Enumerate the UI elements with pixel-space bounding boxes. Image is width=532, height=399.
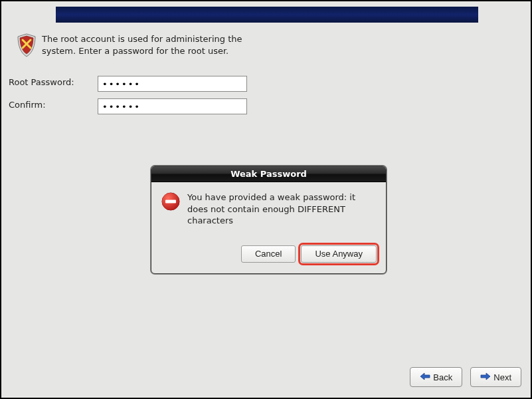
intro-text: The root account is used for administeri…: [42, 33, 253, 57]
intro-row: The root account is used for administeri…: [17, 33, 253, 57]
root-password-label: Root Password:: [9, 77, 98, 87]
next-button-label: Next: [493, 372, 511, 382]
password-form: Root Password: Confirm:: [9, 76, 247, 121]
cancel-button[interactable]: Cancel: [241, 245, 296, 263]
dialog-body: You have provided a weak password: it do…: [151, 182, 386, 273]
weak-password-dialog: Weak Password You have provided a weak p…: [151, 166, 387, 274]
shield-icon: [17, 33, 37, 57]
confirm-label: Confirm:: [9, 100, 98, 110]
back-button-label: Back: [433, 372, 452, 382]
error-icon: [161, 192, 181, 211]
svg-rect-2: [165, 200, 176, 203]
wizard-nav: Back Next: [410, 367, 521, 387]
dialog-title: Weak Password: [151, 166, 386, 182]
use-anyway-button[interactable]: Use Anyway: [301, 245, 377, 263]
root-password-input[interactable]: [98, 76, 247, 92]
back-button[interactable]: Back: [410, 367, 462, 387]
arrow-left-icon: [420, 372, 430, 382]
dialog-message: You have provided a weak password: it do…: [187, 192, 377, 227]
confirm-input[interactable]: [98, 98, 247, 114]
next-button[interactable]: Next: [470, 367, 521, 387]
arrow-right-icon: [480, 372, 491, 382]
top-banner: [56, 7, 478, 23]
